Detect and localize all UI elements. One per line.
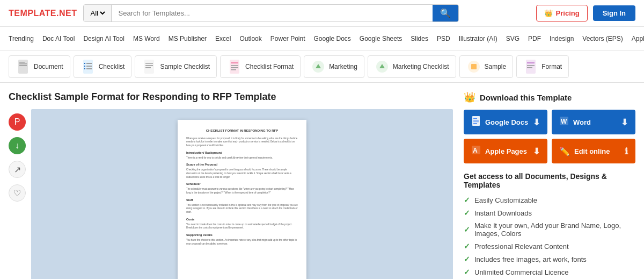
checklist-format-icon [227, 59, 242, 74]
doc-intro-text: When you receive a request for proposal,… [186, 137, 298, 148]
social-bar: P ↓ ↗ ♡ [9, 109, 26, 279]
nav-design-ai[interactable]: Design AI Tool [83, 35, 125, 42]
check-icon-5: ✓ [464, 255, 470, 263]
svg-rect-3 [19, 65, 27, 66]
cat-marketing-checklist-label: Marketing Checklist [393, 63, 449, 70]
svg-rect-30 [473, 120, 479, 120]
cat-sample-checklist[interactable]: Sample Checklist [135, 55, 217, 78]
svg-rect-8 [86, 66, 92, 67]
cat-marketing-checklist[interactable]: Marketing Checklist [368, 55, 456, 78]
svg-rect-17 [231, 65, 238, 66]
nav-trending[interactable]: Trending [9, 35, 34, 42]
nav-pdf[interactable]: PDF [528, 35, 541, 42]
logo: TEMPLATE.NET [9, 9, 77, 18]
download-button[interactable]: ↓ [9, 137, 26, 154]
cat-checklist-format[interactable]: Checklist Format [220, 55, 301, 78]
marketing-checklist-icon [375, 59, 390, 74]
svg-rect-13 [145, 65, 153, 66]
svg-rect-23 [471, 64, 477, 69]
svg-rect-10 [86, 68, 92, 69]
nav-vectors[interactable]: Vectors (EPS) [582, 35, 623, 42]
nav-ms-word[interactable]: MS Word [133, 35, 160, 42]
category-select[interactable]: All [88, 9, 107, 18]
nav-google-docs[interactable]: Google Docs [313, 35, 350, 42]
google-docs-label: Google Docs [485, 118, 528, 126]
cat-marketing[interactable]: Marketing [304, 55, 364, 78]
apple-pages-btn-left: A Apple Pages [471, 145, 527, 157]
cat-checklist[interactable]: Checklist [74, 55, 132, 78]
svg-rect-31 [473, 121, 479, 122]
svg-rect-16 [231, 62, 238, 63]
svg-rect-26 [527, 65, 535, 66]
nav-powerpoint[interactable]: Power Point [270, 35, 305, 42]
access-item-1: ✓Easily Customizable [464, 196, 635, 204]
category-dropdown[interactable]: All [84, 5, 112, 22]
crown-icon: 👑 [544, 9, 553, 17]
apple-pages-button[interactable]: A Apple Pages ⬇ [464, 139, 547, 163]
access-item-5-text: Includes free images, art work, fonts [474, 255, 587, 263]
cat-marketing-label: Marketing [329, 63, 357, 70]
preview-area: CHECKLIST FORMAT IN RESPONDING TO RFP Wh… [31, 109, 453, 279]
cat-format[interactable]: Format [516, 55, 569, 78]
main-content: Checklist Sample Format for Responding t… [0, 83, 644, 279]
svg-text:W: W [561, 118, 567, 125]
access-item-3-text: Make it your own, Add your Brand Name, L… [474, 221, 635, 238]
edit-online-button[interactable]: ✏️ Edit online ℹ [552, 139, 635, 163]
nav-indesign[interactable]: Indesign [550, 35, 574, 42]
svg-rect-28 [472, 116, 480, 126]
search-input[interactable] [112, 5, 433, 22]
access-item-6: ✓Unlimited Commercial Licence [464, 268, 635, 276]
svg-rect-15 [230, 60, 239, 74]
svg-rect-24 [526, 60, 536, 74]
apple-pages-download-icon: ⬇ [533, 146, 540, 156]
apple-pages-icon: A [471, 145, 481, 157]
checklist-icon [80, 59, 96, 74]
svg-rect-1 [19, 62, 25, 63]
logo-suffix: .NET [56, 9, 77, 18]
svg-rect-25 [527, 62, 535, 63]
nav-psd[interactable]: PSD [437, 35, 450, 42]
svg-rect-27 [527, 67, 532, 68]
check-icon-1: ✓ [464, 196, 470, 204]
word-button[interactable]: W Word ⬇ [552, 110, 635, 134]
pricing-button[interactable]: 👑 Pricing [536, 5, 588, 22]
nav-svg[interactable]: SVG [506, 35, 519, 42]
svg-rect-32 [473, 123, 477, 124]
cat-sample[interactable]: Sample [459, 55, 514, 78]
google-docs-button[interactable]: Google Docs ⬇ [464, 110, 547, 134]
doc-section-scope: Scope of the Proposal [186, 162, 298, 167]
header-actions: 👑 Pricing Sign In [536, 5, 635, 22]
header: TEMPLATE.NET All 🔍 👑 Pricing Sign In [0, 0, 644, 27]
signin-button[interactable]: Sign In [593, 5, 635, 21]
doc-costs-body: You need to break down the costs in orde… [186, 223, 298, 231]
svg-text:A: A [473, 147, 478, 154]
svg-rect-6 [86, 63, 92, 64]
cat-sample-label: Sample [485, 63, 507, 70]
doc-scope-body: Checking the organization's proposal is … [186, 168, 298, 179]
nav-outlook[interactable]: Outlook [239, 35, 261, 42]
cat-document[interactable]: Document [9, 55, 70, 78]
document-preview: CHECKLIST FORMAT IN RESPONDING TO RFP Wh… [178, 120, 306, 279]
share-button[interactable]: ↗ [9, 161, 26, 178]
pinterest-button[interactable]: P [9, 113, 26, 131]
check-icon-6: ✓ [464, 268, 470, 276]
access-list: ✓Easily Customizable ✓Instant Downloads … [464, 196, 635, 279]
search-button[interactable]: 🔍 [433, 5, 458, 22]
nav-slides[interactable]: Slides [411, 35, 428, 42]
pricing-label: Pricing [556, 9, 580, 17]
nav-doc-ai[interactable]: Doc AI Tool [42, 35, 75, 42]
nav-illustrator[interactable]: Illustrator (AI) [459, 35, 497, 42]
nav-apple-pages[interactable]: Apple Pages [632, 35, 644, 42]
share-icon: ↗ [14, 164, 21, 175]
access-item-2: ✓Instant Downloads [464, 209, 635, 217]
nav-excel[interactable]: Excel [215, 35, 231, 42]
left-content: Checklist Sample Format for Responding t… [9, 91, 453, 279]
nav-google-sheets[interactable]: Google Sheets [360, 35, 402, 42]
word-download-icon: ⬇ [621, 117, 628, 127]
sample-icon [466, 59, 481, 74]
favorite-button[interactable]: ♡ [9, 184, 26, 202]
nav-ms-publisher[interactable]: MS Publisher [169, 35, 207, 42]
main-nav: Trending Doc AI Tool Design AI Tool MS W… [0, 27, 644, 51]
cat-format-label: Format [541, 63, 562, 70]
word-label: Word [573, 118, 591, 126]
